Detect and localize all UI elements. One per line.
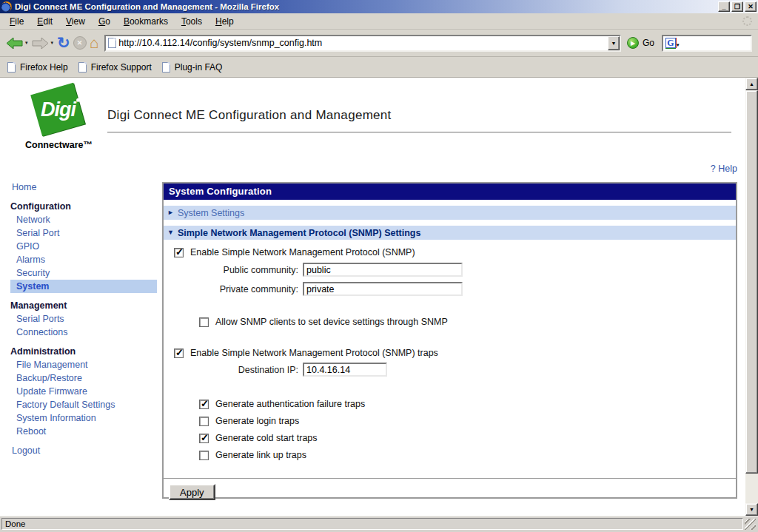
enable-traps-checkbox[interactable] bbox=[174, 349, 184, 358]
auth-failure-traps-row: Generate authentication failure traps bbox=[199, 399, 736, 409]
login-traps-checkbox[interactable] bbox=[199, 417, 209, 426]
sidebar-item-gpio[interactable]: GPIO bbox=[10, 240, 157, 253]
search-input[interactable] bbox=[680, 38, 751, 49]
sidebar-item-security[interactable]: Security bbox=[10, 266, 157, 280]
login-traps-label: Generate login traps bbox=[215, 416, 299, 426]
enable-snmp-checkbox[interactable] bbox=[174, 248, 184, 257]
sidebar-item-connections[interactable]: Connections bbox=[10, 326, 157, 339]
reload-button[interactable]: ↻ bbox=[56, 32, 72, 54]
sidebar-item-network[interactable]: Network bbox=[10, 213, 157, 226]
stop-button[interactable]: ✕ bbox=[72, 32, 88, 54]
sidebar-header-configuration: Configuration bbox=[10, 200, 157, 213]
page-viewport: Digi Connectware™ Digi Connect ME Config… bbox=[0, 78, 758, 516]
window-title: Digi Connect ME Configuration and Manage… bbox=[15, 2, 718, 11]
bookmark-label: Firefox Support bbox=[91, 62, 152, 73]
allow-set-checkbox[interactable] bbox=[199, 317, 209, 327]
menu-bookmarks[interactable]: Bookmarks bbox=[117, 14, 175, 29]
stop-icon: ✕ bbox=[73, 36, 87, 50]
resize-grip[interactable] bbox=[745, 519, 756, 530]
status-panel: Done bbox=[1, 518, 743, 530]
browser-window: { "window": { "title": "Digi Connect ME … bbox=[0, 0, 758, 532]
cold-start-traps-checkbox[interactable] bbox=[199, 434, 209, 443]
enable-traps-row: Enable Simple Network Management Protoco… bbox=[174, 348, 736, 358]
sidebar-item-home[interactable]: Home bbox=[10, 181, 157, 194]
destination-ip-label: Destination IP: bbox=[190, 365, 298, 375]
section-label: System Settings bbox=[178, 208, 244, 218]
section-snmp-settings[interactable]: Simple Network Management Protocol (SNMP… bbox=[164, 226, 736, 240]
expand-icon bbox=[167, 209, 174, 216]
menu-view[interactable]: View bbox=[59, 14, 92, 29]
go-label: Go bbox=[643, 38, 654, 48]
title-divider bbox=[107, 132, 731, 132]
window-titlebar[interactable]: Digi Connect ME Configuration and Manage… bbox=[0, 0, 758, 13]
close-button[interactable]: ✕ bbox=[745, 1, 757, 12]
bookmarks-toolbar: Firefox Help Firefox Support Plug-in FAQ bbox=[0, 57, 758, 78]
sidebar-item-factory-default-settings[interactable]: Factory Default Settings bbox=[10, 398, 157, 411]
private-community-input[interactable] bbox=[303, 282, 463, 296]
bookmark-plugin-faq[interactable]: Plug-in FAQ bbox=[161, 61, 232, 74]
go-button[interactable]: ▶ Go bbox=[627, 37, 654, 49]
sidebar-item-alarms[interactable]: Alarms bbox=[10, 253, 157, 266]
back-button[interactable] bbox=[4, 32, 24, 54]
scroll-up-button[interactable]: ▲ bbox=[745, 78, 758, 90]
enable-traps-label: Enable Simple Network Management Protoco… bbox=[190, 348, 438, 358]
menu-tools[interactable]: Tools bbox=[175, 14, 209, 29]
forward-dropdown-button[interactable]: ▾ bbox=[50, 40, 56, 46]
auth-failure-traps-checkbox[interactable] bbox=[199, 400, 209, 409]
sidebar-item-update-firmware[interactable]: Update Firmware bbox=[10, 385, 157, 398]
sidebar-item-reboot[interactable]: Reboot bbox=[10, 425, 157, 438]
go-icon: ▶ bbox=[627, 37, 639, 49]
link-up-traps-checkbox[interactable] bbox=[199, 451, 209, 460]
private-community-label: Private community: bbox=[190, 284, 298, 294]
sidebar-header-management: Management bbox=[10, 299, 157, 312]
sidebar-item-logout[interactable]: Logout bbox=[10, 444, 157, 457]
restore-button[interactable]: ❐ bbox=[731, 1, 743, 12]
window-controls: _ ❐ ✕ bbox=[718, 1, 757, 12]
bookmark-icon bbox=[162, 62, 170, 73]
bookmark-firefox-support[interactable]: Firefox Support bbox=[77, 61, 161, 74]
sidebar-item-file-management[interactable]: File Management bbox=[10, 358, 157, 371]
vertical-scrollbar[interactable]: ▲ ▼ bbox=[745, 78, 758, 516]
enable-snmp-label: Enable Simple Network Management Protoco… bbox=[190, 247, 415, 257]
sidebar-item-system[interactable]: System bbox=[10, 280, 157, 293]
login-traps-row: Generate login traps bbox=[199, 416, 736, 426]
link-up-traps-row: Generate link up traps bbox=[199, 450, 736, 460]
address-bar[interactable]: ▼ bbox=[104, 35, 621, 52]
section-system-settings[interactable]: System Settings bbox=[164, 206, 736, 220]
snmp-form: Enable Simple Network Management Protoco… bbox=[164, 247, 736, 500]
sidebar-item-serial-port[interactable]: Serial Port bbox=[10, 226, 157, 240]
apply-button[interactable]: Apply bbox=[169, 484, 215, 500]
connectware-label: Connectware™ bbox=[25, 140, 144, 150]
help-link[interactable]: ? Help bbox=[711, 164, 737, 174]
menu-edit[interactable]: Edit bbox=[30, 14, 59, 29]
back-dropdown-button[interactable]: ▾ bbox=[24, 40, 30, 46]
menu-help[interactable]: Help bbox=[209, 14, 241, 29]
navigation-toolbar: ▾ ▾ ↻ ✕ ⌂ ▼ ▶ Go G ▾ bbox=[0, 30, 758, 57]
digi-logo-text: Digi bbox=[41, 98, 76, 121]
minimize-button[interactable]: _ bbox=[718, 1, 730, 12]
home-button[interactable]: ⌂ bbox=[88, 32, 101, 54]
sidebar-item-backup-restore[interactable]: Backup/Restore bbox=[10, 371, 157, 385]
url-dropdown-button[interactable]: ▼ bbox=[608, 36, 620, 50]
menu-file[interactable]: File bbox=[3, 14, 30, 29]
sidebar-item-serial-ports[interactable]: Serial Ports bbox=[10, 312, 157, 326]
section-label: Simple Network Management Protocol (SNMP… bbox=[178, 228, 421, 238]
menu-go[interactable]: Go bbox=[92, 14, 117, 29]
google-icon: G bbox=[665, 38, 676, 48]
url-input[interactable] bbox=[116, 38, 608, 48]
back-icon bbox=[6, 37, 23, 50]
bookmark-icon bbox=[78, 62, 87, 73]
digi-logo-diamond: Digi bbox=[30, 83, 85, 136]
scrollbar-thumb[interactable] bbox=[745, 90, 758, 474]
search-box[interactable]: G ▾ bbox=[662, 35, 752, 52]
form-divider bbox=[164, 478, 736, 479]
forward-icon bbox=[32, 37, 49, 50]
scroll-down-button[interactable]: ▼ bbox=[745, 503, 758, 516]
public-community-input[interactable] bbox=[303, 263, 463, 277]
destination-ip-input[interactable] bbox=[303, 363, 387, 377]
auth-failure-traps-label: Generate authentication failure traps bbox=[215, 399, 365, 409]
bookmark-firefox-help[interactable]: Firefox Help bbox=[6, 61, 77, 74]
sidebar-item-system-information[interactable]: System Information bbox=[10, 411, 157, 425]
forward-button[interactable] bbox=[30, 32, 50, 54]
public-community-row: Public community: bbox=[190, 263, 736, 277]
